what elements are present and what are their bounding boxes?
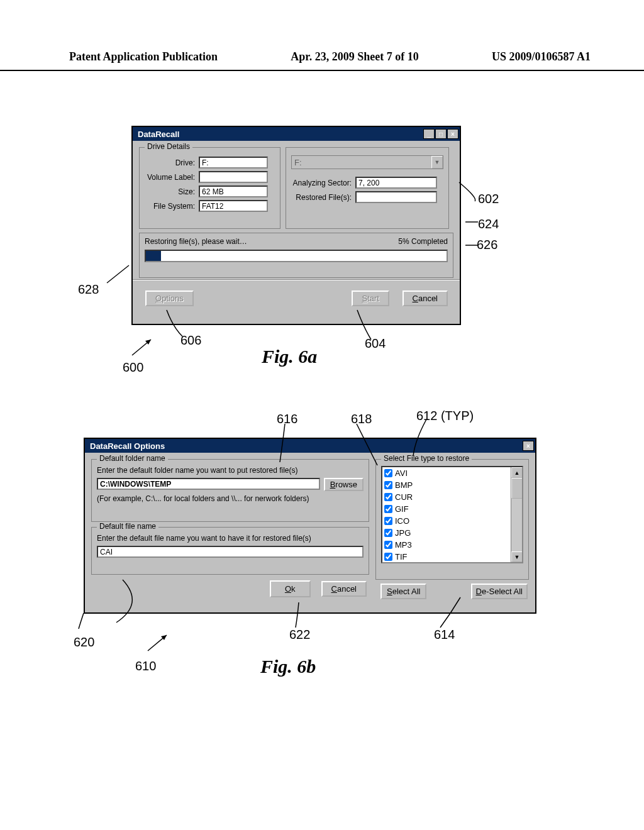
window-buttons: _ □ × [423, 129, 458, 139]
dropdown-selected: F: [294, 158, 302, 167]
cancel-button[interactable]: Cancel [403, 291, 447, 306]
fs-label: File System: [145, 202, 199, 211]
restored-label: Restored File(s): [291, 193, 355, 202]
volume-field [199, 171, 268, 183]
folder-input[interactable] [97, 478, 320, 490]
volume-label: Volume Label: [145, 173, 199, 182]
options-button[interactable]: Options [145, 290, 194, 306]
callout-624: 624 [478, 217, 499, 231]
group-title-drive: Drive Details [145, 142, 192, 151]
restoring-message: Restoring file(s), please wait… [145, 237, 247, 246]
filetype-checkbox[interactable] [384, 553, 392, 561]
figure-caption-6b: Fig. 6b [260, 656, 316, 677]
filetype-item[interactable]: CUR [382, 491, 522, 503]
filetype-list[interactable]: AVIBMPCURGIFICOJPGMP3TIF ▲ ▼ [381, 466, 523, 563]
page-header: Patent Application Publication Apr. 23, … [0, 0, 644, 71]
filetype-checkbox[interactable] [384, 505, 392, 513]
filetype-label: JPG [395, 528, 411, 538]
callout-610: 610 [135, 659, 156, 673]
callout-622: 622 [289, 628, 310, 642]
window-title-options: DataRecall Options [90, 441, 165, 451]
filetype-label: TIF [395, 552, 408, 562]
progress-group: Restoring file(s), please wait… 5% Compl… [139, 233, 453, 278]
start-button[interactable]: Start [352, 290, 389, 306]
filetype-item[interactable]: GIF [382, 503, 522, 515]
drive-label: Drive: [145, 158, 199, 167]
close-icon[interactable]: × [447, 129, 458, 139]
filetype-item[interactable]: MP3 [382, 539, 522, 551]
size-field: 62 MB [199, 185, 268, 197]
callout-604: 604 [365, 336, 386, 351]
svg-marker-3 [145, 340, 151, 345]
filetype-item[interactable]: AVI [382, 467, 522, 479]
drive-dropdown[interactable]: F: ▼ [291, 155, 443, 169]
scroll-up-icon[interactable]: ▲ [511, 467, 523, 478]
scroll-thumb[interactable] [511, 478, 523, 499]
figure-caption-6a: Fig. 6a [262, 346, 317, 367]
select-all-button[interactable]: Select All [380, 584, 426, 599]
progress-bar [145, 250, 448, 262]
ok-button[interactable]: Ok [270, 581, 310, 597]
minimize-icon[interactable]: _ [423, 129, 435, 139]
header-left: Patent Application Publication [69, 50, 218, 64]
filetype-checkbox[interactable] [384, 517, 392, 525]
status-group: F: ▼ Analyzing Sector:7, 200 Restored Fi… [286, 147, 449, 229]
window-title: DataRecall [138, 130, 179, 139]
analyzing-field: 7, 200 [355, 177, 437, 189]
options-window: DataRecall Options × Default folder name… [84, 438, 536, 614]
progress-fill [146, 251, 161, 261]
filetype-label: MP3 [395, 540, 412, 550]
close-icon[interactable]: × [523, 441, 534, 451]
drive-field: F: [199, 157, 268, 169]
chevron-down-icon[interactable]: ▼ [431, 156, 443, 169]
restored-field [355, 191, 437, 203]
filetype-checkbox[interactable] [384, 469, 392, 477]
size-label: Size: [145, 187, 199, 196]
filetype-label: GIF [395, 504, 409, 514]
callout-618: 618 [351, 412, 372, 426]
filetype-item[interactable]: ICO [382, 515, 522, 527]
analyzing-label: Analyzing Sector: [291, 179, 355, 187]
header-right: US 2009/0106587 A1 [492, 50, 591, 64]
browse-button[interactable]: Browse [324, 478, 364, 491]
filetype-label: AVI [395, 468, 408, 478]
datarecall-window: DataRecall _ □ × Drive Details Drive:F: … [131, 126, 461, 325]
window-buttons-options: × [522, 441, 534, 451]
titlebar[interactable]: DataRecall _ □ × [133, 127, 460, 141]
group-title-types: Select File type to restore [381, 454, 472, 463]
filetype-checkbox[interactable] [384, 493, 392, 501]
scrollbar[interactable]: ▲ ▼ [511, 467, 522, 562]
callout-612: 612 (TYP) [416, 409, 474, 423]
callout-626: 626 [477, 238, 497, 252]
scroll-down-icon[interactable]: ▼ [511, 551, 523, 562]
callout-606: 606 [180, 333, 201, 348]
callout-616: 616 [277, 412, 297, 426]
svg-marker-4 [161, 635, 167, 640]
file-prompt: Enter the default file name you want to … [97, 534, 364, 543]
svg-line-2 [107, 265, 129, 283]
filetype-label: BMP [395, 480, 413, 490]
filetype-item[interactable]: JPG [382, 527, 522, 539]
maximize-icon[interactable]: □ [435, 129, 447, 139]
filetype-item[interactable]: BMP [382, 479, 522, 491]
file-input[interactable] [97, 546, 364, 558]
fs-field: FAT12 [199, 200, 268, 212]
default-folder-group: Default folder name Enter the default fo… [91, 459, 369, 522]
filetype-checkbox[interactable] [384, 529, 392, 537]
default-file-group: Default file name Enter the default file… [91, 527, 369, 575]
filetype-checkbox[interactable] [384, 541, 392, 549]
titlebar-options[interactable]: DataRecall Options × [85, 439, 535, 453]
callout-600: 600 [123, 360, 143, 375]
filetype-item[interactable]: TIF [382, 551, 522, 563]
filetype-label: CUR [395, 492, 413, 502]
filetype-checkbox[interactable] [384, 481, 392, 489]
cancel-button-options[interactable]: Cancel [321, 581, 367, 597]
callout-620: 620 [74, 635, 94, 650]
filetype-group: Select File type to restore AVIBMPCURGIF… [375, 459, 529, 580]
header-mid: Apr. 23, 2009 Sheet 7 of 10 [291, 50, 418, 64]
folder-hint: (For example, C:\... for local folders a… [97, 494, 364, 503]
callout-628: 628 [78, 282, 99, 297]
filetype-label: ICO [395, 516, 409, 526]
progress-percent: 5% Completed [398, 237, 448, 246]
deselect-all-button[interactable]: De-Select All [471, 584, 528, 599]
